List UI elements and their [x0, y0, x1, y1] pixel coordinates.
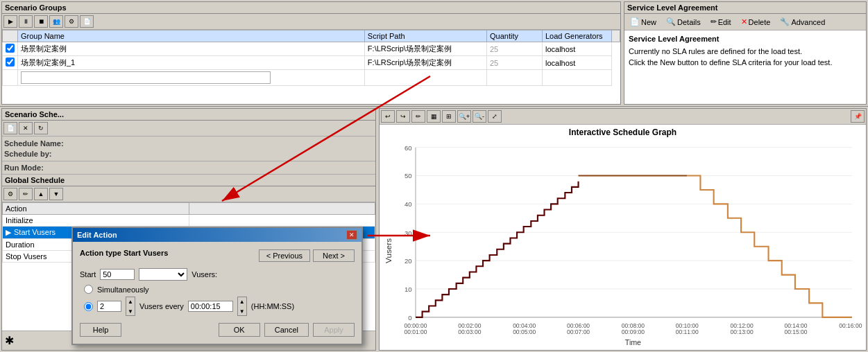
schedule-refresh-button[interactable]: ↻ [34, 122, 48, 134]
sla-delete-button[interactable]: ✕ Delete [738, 16, 774, 28]
schedule-by-label: Schedule by: [4, 149, 74, 159]
schedule-name-label: Schedule Name: [4, 139, 74, 148]
rising-line [416, 182, 579, 317]
graph-title: Interactive Schedule Graph [382, 127, 863, 137]
graph-toggle[interactable]: ⊞ [442, 110, 456, 123]
graph-zoom-in[interactable]: 🔍+ [457, 110, 471, 123]
time-spinner-button[interactable]: ▲▼ [237, 297, 247, 316]
table-row: 场景制定案例_1 F:\LRScrip\场景制定案例 25 localhost [3, 56, 620, 70]
svg-text:00:07:00: 00:07:00 [567, 329, 590, 336]
falling-line [687, 176, 852, 317]
svg-text:00:03:00: 00:03:00 [458, 329, 481, 336]
arrow-icon: ▶ [6, 228, 11, 236]
script-path-cell: F:\LRScrip\场景制定案例 [364, 56, 486, 70]
svg-text:00:12:00: 00:12:00 [731, 322, 754, 329]
graph-pencil[interactable]: ✏ [411, 110, 425, 123]
sla-text1: Currently no SLA rules are defined for t… [629, 47, 862, 55]
details-icon: 🔍 [666, 17, 676, 26]
delete-icon: ✕ [741, 17, 747, 26]
prev-button[interactable]: < Previous [259, 249, 310, 262]
svg-text:40: 40 [405, 200, 412, 208]
svg-text:0: 0 [408, 315, 411, 322]
svg-text:60: 60 [405, 144, 412, 152]
spinner-up-button[interactable]: ▲▼ [126, 297, 135, 316]
graph-btn1[interactable]: ↩ [381, 110, 395, 123]
schedule-add-button[interactable]: 📄 [3, 122, 17, 134]
edit-icon: ✏ [710, 17, 717, 26]
qty-cell: 25 [487, 42, 543, 56]
svg-text:00:10:00: 00:10:00 [676, 322, 699, 329]
help-button[interactable]: Help [80, 323, 121, 337]
desc-cell [189, 215, 375, 227]
global-up-button[interactable]: ▲ [34, 188, 48, 200]
graph-table[interactable]: ▦ [427, 110, 441, 123]
next-button[interactable]: Next > [313, 249, 355, 262]
sla-edit-button[interactable]: ✏ Edit [707, 16, 735, 28]
scenario-groups-title: Scenario Groups [2, 2, 620, 14]
play-button[interactable]: ▶ [3, 15, 17, 28]
row-checkbox[interactable] [3, 56, 18, 70]
script-path-cell: F:\LRScrip\场景制定案例 [364, 42, 486, 56]
group-name-cell: 场景制定案例 [18, 42, 365, 56]
new-icon: 📄 [630, 17, 640, 26]
schedule-name-value [74, 139, 373, 148]
pause-button[interactable]: ⏸ [19, 15, 33, 28]
global-edit-button[interactable]: ✏ [19, 188, 33, 200]
svg-text:00:04:00: 00:04:00 [513, 322, 536, 329]
simultaneously-label: Simultaneously [97, 285, 149, 294]
time-input[interactable] [188, 301, 233, 312]
graph-fit[interactable]: ⤢ [488, 110, 502, 123]
sla-new-button[interactable]: 📄 New [627, 16, 660, 28]
dialog-title: Edit Action [77, 231, 117, 239]
add-row-button[interactable]: ✱ [3, 333, 15, 349]
every-n-radio[interactable] [84, 302, 93, 311]
svg-text:00:00:00: 00:00:00 [404, 322, 427, 329]
graph-pin-button[interactable]: 📌 [851, 110, 865, 123]
schedule-edit-button[interactable]: ✕ [19, 122, 33, 134]
y-axis-label: Vusers [384, 238, 393, 263]
sla-advanced-button[interactable]: 🔧 Advanced [776, 16, 828, 28]
graph-zoom-out[interactable]: 🔍- [473, 110, 486, 123]
svg-text:00:08:00: 00:08:00 [622, 322, 645, 329]
table-row-empty [3, 70, 620, 86]
action-type-label: Action type Start Vusers [80, 249, 168, 257]
action-row-initialize: Initialize [3, 215, 375, 227]
simultaneously-radio[interactable] [84, 285, 93, 294]
svg-text:00:15:00: 00:15:00 [784, 329, 807, 336]
vusers-every-label: Vusers every [139, 302, 184, 310]
global-schedule-header: Global Schedule [2, 175, 375, 186]
global-add-button[interactable]: ⚙ [3, 188, 17, 200]
lg-cell: localhost [543, 42, 612, 56]
start-value-input[interactable] [100, 269, 135, 280]
checkbox-col-header [3, 30, 18, 42]
dialog-close-button[interactable]: ✕ [346, 230, 357, 240]
action-cell: Initialize [3, 215, 189, 227]
schedule-by-value [74, 149, 373, 159]
svg-text:00:11:00: 00:11:00 [676, 329, 699, 336]
schedule-graph: Vusers 60 50 40 [382, 140, 863, 347]
row-checkbox[interactable] [3, 42, 18, 56]
qty-cell: 25 [487, 56, 543, 70]
svg-text:00:05:00: 00:05:00 [513, 329, 536, 336]
every-n-input[interactable] [97, 301, 121, 312]
start-select[interactable] [139, 268, 187, 281]
sla-text2: Click the New button to define SLA crite… [629, 58, 862, 67]
graph-btn2[interactable]: ↪ [396, 110, 410, 123]
svg-text:50: 50 [405, 173, 412, 180]
add-vuser-button[interactable]: 👥 [49, 15, 63, 28]
action-col-header: Action [3, 203, 189, 215]
sla-description: Service Level Agreement [629, 35, 862, 43]
group-name-header: Group Name [18, 30, 365, 42]
svg-text:10: 10 [405, 285, 412, 293]
stop-button[interactable]: ⏹ [34, 15, 48, 28]
apply-button[interactable]: Apply [313, 323, 355, 337]
ok-button[interactable]: OK [219, 323, 260, 337]
sla-details-button[interactable]: 🔍 Details [663, 16, 704, 28]
svg-text:00:01:00: 00:01:00 [404, 329, 427, 336]
global-down-button[interactable]: ▼ [49, 188, 63, 200]
cancel-button[interactable]: Cancel [264, 323, 309, 337]
settings-button[interactable]: ⚙ [65, 15, 78, 28]
sla-title: Service Level Agreement [624, 2, 866, 14]
desc-col-header [189, 203, 375, 215]
script-button[interactable]: 📄 [80, 15, 94, 28]
